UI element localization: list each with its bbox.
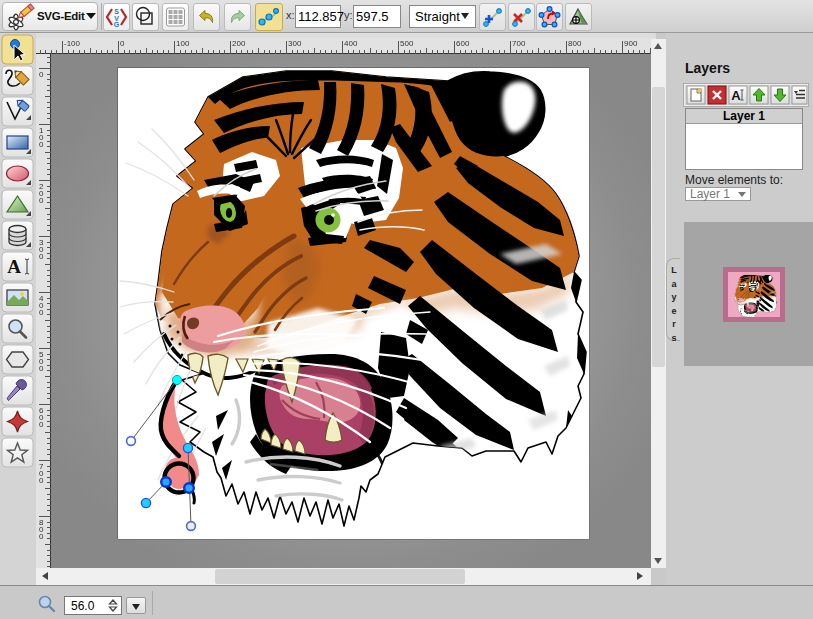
svg-text:A: A <box>7 256 21 277</box>
svg-text:G: G <box>114 21 120 28</box>
svg-text:A: A <box>731 88 741 103</box>
